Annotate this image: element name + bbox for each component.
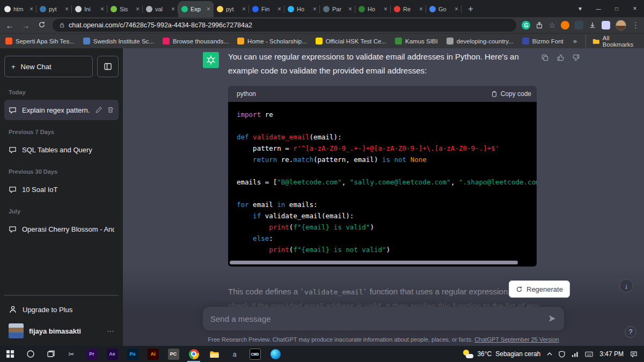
- edge-icon: [270, 349, 281, 359]
- forward-button[interactable]: →: [20, 21, 31, 30]
- new-chat-button[interactable]: + New Chat: [4, 56, 93, 77]
- browser-tab-Ho[interactable]: Ho×: [284, 1, 320, 17]
- taskbar-app-terminal[interactable]: CMD: [245, 346, 265, 362]
- browser-tab-Par[interactable]: Par×: [320, 1, 355, 17]
- tab-search-chevron-icon[interactable]: ▾: [571, 0, 589, 17]
- browser-tab-Fin[interactable]: Fin×: [249, 1, 284, 17]
- tab-close-icon[interactable]: ×: [242, 6, 246, 12]
- window-minimize-button[interactable]: —: [589, 0, 608, 17]
- taskbar-clock[interactable]: 3:47 PM: [599, 350, 624, 358]
- taskbar-app-illustrator[interactable]: Ai: [143, 346, 163, 362]
- browser-tab-Sis[interactable]: Sis×: [107, 1, 143, 17]
- tab-close-icon[interactable]: ×: [100, 6, 104, 12]
- browser-menu-icon[interactable]: ⋮: [632, 20, 640, 30]
- start-button[interactable]: [0, 346, 20, 362]
- send-icon[interactable]: [548, 314, 557, 323]
- weather-icon: [463, 349, 473, 359]
- new-tab-button[interactable]: +: [464, 2, 478, 16]
- profile-avatar[interactable]: [616, 20, 626, 31]
- taskbar-app-pc-app[interactable]: PC: [163, 346, 184, 362]
- tray-keyboard-icon[interactable]: [585, 351, 593, 357]
- copy-code-button[interactable]: Copy code: [491, 90, 531, 98]
- taskbar-app-edge-browser[interactable]: [265, 346, 286, 362]
- bookmark-item[interactable]: developing-country...: [447, 38, 514, 45]
- downloads-icon[interactable]: [589, 21, 596, 29]
- browser-tab-Ho[interactable]: Ho×: [355, 1, 391, 17]
- window-close-button[interactable]: ×: [626, 0, 644, 17]
- bookmark-favicon: [83, 38, 90, 45]
- tab-close-icon[interactable]: ×: [65, 6, 69, 12]
- tray-shield-icon[interactable]: [559, 351, 565, 358]
- scroll-to-bottom-button[interactable]: ↓: [619, 279, 633, 293]
- regenerate-button[interactable]: Regenerate: [509, 280, 570, 298]
- taskbar-app-app-a[interactable]: a: [224, 346, 245, 362]
- cortana-search-button[interactable]: [20, 346, 41, 362]
- bookmark-item[interactable]: Seperti Apa Sih Tes...: [5, 38, 75, 45]
- chat-history-item[interactable]: Explain regex pattern.: [4, 100, 119, 120]
- bookmark-item[interactable]: Browse thousands...: [163, 38, 229, 45]
- horizontal-scrollbar[interactable]: [230, 261, 518, 264]
- grammarly-icon[interactable]: G: [522, 21, 530, 29]
- tab-close-icon[interactable]: ×: [348, 6, 352, 12]
- reload-button[interactable]: [36, 21, 47, 30]
- tab-close-icon[interactable]: ×: [207, 6, 210, 12]
- tab-close-icon[interactable]: ×: [384, 6, 387, 12]
- bookmarks-overflow-chevron[interactable]: »: [573, 37, 577, 45]
- tab-close-icon[interactable]: ×: [30, 6, 33, 12]
- bookmark-item[interactable]: Official HSK Test Ce...: [316, 38, 386, 45]
- taskbar-app-photoshop[interactable]: Ps: [122, 346, 143, 362]
- tray-expand-chevron-icon[interactable]: [547, 352, 552, 356]
- chat-history-item[interactable]: Operasi Cherry Blossom - And: [4, 219, 119, 239]
- taskbar-app-chrome[interactable]: [184, 346, 204, 362]
- help-button[interactable]: ?: [625, 326, 636, 338]
- version-link[interactable]: ChatGPT September 25 Version: [474, 336, 559, 343]
- user-menu[interactable]: fijaya bimasakti ⋯: [4, 320, 119, 342]
- browser-tab-Ini[interactable]: Ini×: [72, 1, 107, 17]
- action-center-icon[interactable]: [630, 351, 638, 358]
- browser-tab-pyt[interactable]: pyt×: [36, 1, 72, 17]
- upgrade-to-plus-button[interactable]: Upgrade to Plus: [4, 299, 119, 320]
- thumbs-up-icon[interactable]: [557, 54, 565, 62]
- copy-message-icon[interactable]: [541, 54, 549, 62]
- bookmark-item[interactable]: Kamus SIBI: [395, 38, 438, 45]
- all-bookmarks-button[interactable]: All Bookmarks: [586, 35, 639, 48]
- tab-close-icon[interactable]: ×: [455, 6, 458, 12]
- extension-orange-icon[interactable]: [561, 21, 569, 29]
- bookmark-item[interactable]: Swedish Institute Sc...: [83, 38, 154, 45]
- delete-trash-icon[interactable]: [107, 106, 114, 114]
- share-icon[interactable]: [536, 21, 543, 29]
- browser-tab-Re[interactable]: Re×: [391, 1, 426, 17]
- back-button[interactable]: ←: [4, 21, 15, 30]
- taskbar-app-after-effects[interactable]: Ae: [102, 346, 122, 362]
- tab-close-icon[interactable]: ×: [419, 6, 423, 12]
- taskbar-app-file-explorer[interactable]: [204, 346, 224, 362]
- weather-widget[interactable]: 36°C Sebagian cerah: [463, 349, 540, 359]
- edit-pencil-icon[interactable]: [95, 106, 103, 114]
- tray-network-icon[interactable]: [572, 351, 579, 357]
- bookmark-item[interactable]: Home - Scholarship...: [237, 38, 307, 45]
- browser-tab-Exp[interactable]: Exp×: [178, 1, 214, 17]
- tab-close-icon[interactable]: ×: [313, 6, 317, 12]
- collapse-sidebar-button[interactable]: [97, 56, 119, 77]
- thumbs-down-icon[interactable]: [572, 54, 580, 62]
- browser-tab-val[interactable]: val×: [143, 1, 178, 17]
- window-maximize-button[interactable]: □: [608, 0, 626, 17]
- extension-dark-icon[interactable]: [575, 21, 583, 29]
- chat-history-item[interactable]: 10 Soal IoT: [4, 179, 119, 200]
- chat-history-item[interactable]: SQL Tables and Query: [4, 139, 119, 160]
- task-view-button[interactable]: [41, 346, 61, 362]
- address-bar[interactable]: chat.openai.com/c/74628c75-992a-4434-8c7…: [53, 19, 516, 32]
- browser-tab-htm[interactable]: htm×: [1, 1, 36, 17]
- taskbar-app-snipping-tool[interactable]: ✂: [61, 346, 82, 362]
- tab-close-icon[interactable]: ×: [171, 6, 175, 12]
- bookmark-star-icon[interactable]: ☆: [548, 21, 555, 29]
- user-options-icon[interactable]: ⋯: [107, 327, 114, 335]
- tab-close-icon[interactable]: ×: [136, 6, 140, 12]
- browser-tab-pyt[interactable]: pyt×: [214, 1, 249, 17]
- browser-tab-Go[interactable]: Go×: [426, 1, 462, 17]
- message-input[interactable]: [210, 314, 548, 323]
- bookmark-item[interactable]: Bizmo Font: [522, 38, 564, 45]
- tab-close-icon[interactable]: ×: [277, 6, 281, 12]
- extension-light-icon[interactable]: [602, 21, 610, 29]
- taskbar-app-premiere[interactable]: Pr: [82, 346, 102, 362]
